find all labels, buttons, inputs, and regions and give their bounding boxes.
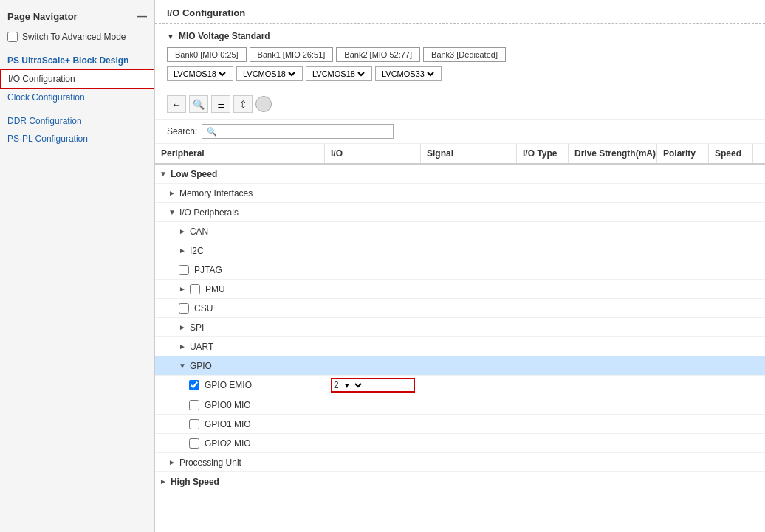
back-button[interactable]: ← — [167, 95, 186, 113]
row-gpio0-mio-label: GPIO0 MIO — [205, 400, 251, 410]
row-low-speed-label: Low Speed — [171, 169, 217, 179]
bank-tab-0[interactable]: Bank0 [MIO 0:25] — [167, 47, 247, 62]
csu-checkbox[interactable] — [179, 303, 189, 314]
row-processing-unit-peripheral: ► Processing Unit — [155, 455, 325, 470]
row-i2c-peripheral: ► I2C — [155, 243, 325, 258]
bank-dropdown-3: LVCMOS33LVCMOS25LVCMOS18 — [375, 66, 442, 81]
row-spi-label: SPI — [190, 322, 204, 333]
sidebar-minimize-button[interactable]: — — [137, 10, 147, 22]
row-gpio2-mio-peripheral: GPIO2 MIO — [155, 436, 325, 451]
bank-tab-1[interactable]: Bank1 [MIO 26:51] — [250, 47, 334, 62]
row-pmu-peripheral: ► PMU — [155, 282, 325, 297]
search-label: Search: — [167, 126, 197, 137]
row-csu-label: CSU — [194, 303, 213, 314]
bank-dropdown-1: LVCMOS18LVCMOS15LVCMOS12 — [236, 66, 303, 81]
sidebar: Page Navigator — Switch To Advanced Mode… — [0, 0, 155, 532]
expand-icon[interactable]: ► — [179, 246, 186, 255]
th-iotype: I/O Type — [517, 144, 569, 163]
gpio2-mio-checkbox[interactable] — [189, 438, 199, 449]
expand-icon[interactable]: ► — [179, 342, 186, 350]
table-row: PJTAG — [155, 260, 765, 280]
gpio-emio-select[interactable]: ▾ — [342, 380, 364, 390]
expand-icon[interactable]: ▼ — [168, 208, 176, 216]
bank-dropdown-2: LVCMOS18LVCMOS15LVCMOS12 — [306, 66, 372, 81]
table-row: GPIO1 MIO — [155, 415, 765, 434]
bank-dropdown-select-0[interactable]: LVCMOS18LVCMOS15LVCMOS12 — [171, 69, 228, 79]
sidebar-item-ps-pl-config[interactable]: PS-PL Configuration — [0, 130, 154, 148]
row-gpio2-mio-label: GPIO2 MIO — [205, 438, 251, 449]
bank-tabs: Bank0 [MIO 0:25] Bank1 [MIO 26:51] Bank2… — [167, 47, 753, 62]
pmu-checkbox[interactable] — [190, 284, 200, 294]
expand-icon[interactable]: ▼ — [179, 362, 186, 370]
main-header: I/O Configuration — [155, 0, 765, 24]
expand-icon[interactable]: ► — [168, 189, 176, 197]
sidebar-header: Page Navigator — — [0, 6, 154, 28]
th-last — [753, 149, 765, 158]
expand-icon[interactable]: ► — [179, 285, 186, 293]
bank-dropdown-select-3[interactable]: LVCMOS33LVCMOS25LVCMOS18 — [379, 69, 436, 79]
row-uart-peripheral: ► UART — [155, 339, 325, 354]
th-drive: Drive Strength(mA) — [569, 144, 657, 163]
bank-dropdown-select-1[interactable]: LVCMOS18LVCMOS15LVCMOS12 — [240, 69, 298, 79]
search-input[interactable] — [220, 126, 388, 137]
main-content: I/O Configuration ▼ MIO Voltage Standard… — [155, 0, 765, 532]
table-row: GPIO0 MIO — [155, 395, 765, 415]
pjtag-checkbox[interactable] — [179, 265, 189, 275]
expand-icon[interactable]: ► — [179, 323, 186, 331]
expand-icon[interactable]: ▼ — [159, 170, 167, 178]
row-io-peripherals-peripheral: ▼ I/O Peripherals — [155, 205, 325, 220]
expand-icon[interactable]: ► — [168, 458, 176, 466]
switch-advanced-label: Switch To Advanced Mode — [22, 32, 126, 42]
mio-chevron-icon[interactable]: ▼ — [167, 32, 174, 41]
row-gpio-emio-label: GPIO EMIO — [205, 380, 252, 390]
row-csu-peripheral: CSU — [155, 301, 325, 316]
filter-button[interactable]: ≣ — [211, 95, 230, 113]
table-row: ► PMU — [155, 280, 765, 299]
search-button[interactable]: 🔍 — [189, 95, 208, 113]
table-row: ► SPI — [155, 318, 765, 337]
row-gpio0-mio-peripheral: GPIO0 MIO — [155, 398, 325, 412]
table-row: ► UART — [155, 337, 765, 356]
circle-button[interactable] — [255, 96, 272, 112]
table-row: ► CAN — [155, 222, 765, 241]
sidebar-item-clock-config[interactable]: Clock Configuration — [0, 89, 154, 106]
row-gpio-peripheral: ▼ GPIO — [155, 359, 325, 373]
gpio-emio-value: 2 — [334, 380, 339, 390]
row-processing-unit-label: Processing Unit — [179, 457, 241, 468]
sidebar-item-switch-advanced[interactable]: Switch To Advanced Mode — [0, 28, 154, 46]
bank-tab-2[interactable]: Bank2 [MIO 52:77] — [336, 47, 420, 62]
sidebar-item-ddr-config[interactable]: DDR Configuration — [0, 112, 154, 130]
switch-advanced-checkbox[interactable] — [7, 32, 18, 42]
gpio-emio-checkbox[interactable] — [189, 380, 199, 390]
table-row: CSU — [155, 299, 765, 318]
row-low-speed-peripheral: ▼ Low Speed — [155, 167, 325, 182]
row-gpio-emio-peripheral: GPIO EMIO — [155, 378, 325, 393]
bank-tab-3[interactable]: Bank3 [Dedicated] — [423, 47, 506, 62]
row-gpio1-mio-label: GPIO1 MIO — [205, 419, 251, 429]
search-row: Search: 🔍 — [155, 120, 765, 144]
th-signal: Signal — [421, 144, 517, 163]
row-uart-label: UART — [190, 342, 213, 352]
table-row: ▼ Low Speed — [155, 165, 765, 184]
row-memory-interfaces-label: Memory Interfaces — [179, 188, 253, 198]
toolbar: ← 🔍 ≣ ⇳ — [155, 89, 765, 120]
row-can-peripheral: ► CAN — [155, 224, 325, 239]
sidebar-section-ps[interactable]: PS UltraScale+ Block Design — [0, 52, 154, 69]
bank-dropdown-0: LVCMOS18LVCMOS15LVCMOS12 — [167, 66, 233, 81]
row-high-speed-peripheral: ► High Speed — [155, 474, 325, 489]
mio-title-label: MIO Voltage Standard — [179, 31, 270, 41]
expand-icon[interactable]: ► — [159, 477, 167, 486]
search-input-wrap: 🔍 — [202, 124, 394, 139]
row-pjtag-label: PJTAG — [194, 265, 222, 275]
expand-icon[interactable]: ► — [179, 227, 186, 235]
sidebar-item-io-config[interactable]: I/O Configuration — [0, 69, 154, 89]
row-pjtag-peripheral: PJTAG — [155, 263, 325, 277]
row-gpio-emio-io: 2 ▾ — [325, 376, 421, 395]
row-memory-interfaces-peripheral: ► Memory Interfaces — [155, 186, 325, 201]
table-row: GPIO EMIO 2 ▾ — [155, 376, 765, 395]
gpio1-mio-checkbox[interactable] — [189, 419, 199, 429]
bank-dropdown-select-2[interactable]: LVCMOS18LVCMOS15LVCMOS12 — [309, 69, 367, 79]
sort-button[interactable]: ⇳ — [233, 95, 253, 113]
row-i2c-label: I2C — [190, 246, 204, 256]
gpio0-mio-checkbox[interactable] — [189, 400, 199, 410]
